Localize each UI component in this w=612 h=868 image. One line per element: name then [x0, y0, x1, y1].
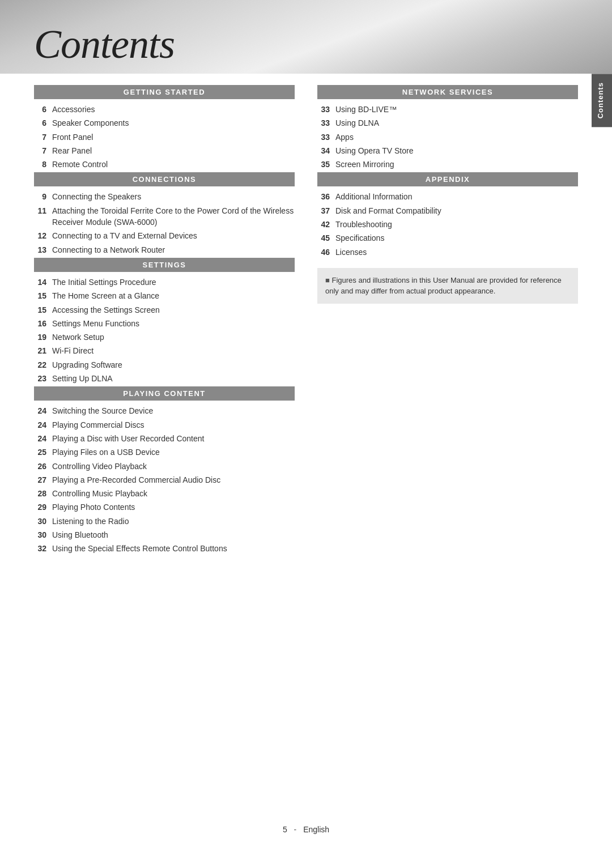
toc-text: The Home Screen at a Glance [52, 290, 295, 301]
footer-separator: - [294, 825, 297, 834]
page-header: Contents [0, 0, 612, 74]
toc-number: 22 [34, 359, 52, 371]
toc-text: The Initial Settings Procedure [52, 276, 295, 288]
section-header-playing-content: PLAYING CONTENT [34, 386, 295, 401]
toc-entry: 8Remote Control [34, 159, 295, 170]
toc-text: Additional Information [335, 191, 578, 202]
toc-number: 7 [34, 131, 52, 143]
toc-number: 32 [34, 543, 52, 554]
toc-entry: 35Screen Mirroring [317, 159, 578, 170]
toc-number: 28 [34, 488, 52, 499]
toc-number: 16 [34, 318, 52, 329]
toc-number: 24 [34, 433, 52, 444]
toc-number: 13 [34, 244, 52, 256]
toc-entry: 11Attaching the Toroidal Ferrite Core to… [34, 205, 295, 228]
toc-number: 46 [317, 246, 335, 258]
toc-number: 33 [317, 131, 335, 143]
toc-text: Accessing the Settings Screen [52, 304, 295, 316]
page-title: Contents [0, 21, 175, 68]
toc-entry: 30Using Bluetooth [34, 529, 295, 541]
footer-language: English [303, 825, 329, 834]
toc-number: 19 [34, 331, 52, 343]
section-header-connections: CONNECTIONS [34, 172, 295, 186]
toc-text: Using Bluetooth [52, 529, 295, 541]
toc-number: 33 [317, 104, 335, 115]
section-header-getting-started: GETTING STARTED [34, 85, 295, 99]
toc-number: 30 [34, 529, 52, 541]
toc-text: Licenses [335, 246, 578, 258]
section-network-services: NETWORK SERVICES33Using BD-LIVE™33Using … [317, 85, 578, 170]
toc-text: Remote Control [52, 159, 295, 170]
toc-entry: 26Controlling Video Playback [34, 461, 295, 472]
toc-entry: 42Troubleshooting [317, 219, 578, 230]
toc-number: 24 [34, 405, 52, 416]
toc-entry: 36Additional Information [317, 191, 578, 202]
toc-number: 26 [34, 461, 52, 472]
toc-number: 33 [317, 117, 335, 129]
toc-number: 24 [34, 419, 52, 431]
toc-number: 8 [34, 159, 52, 170]
section-header-settings: SETTINGS [34, 258, 295, 272]
toc-entry: 29Playing Photo Contents [34, 501, 295, 513]
toc-number: 45 [317, 232, 335, 244]
toc-entry: 33Using BD-LIVE™ [317, 104, 578, 115]
toc-text: Network Setup [52, 331, 295, 343]
toc-text: Specifications [335, 232, 578, 244]
toc-text: Listening to the Radio [52, 516, 295, 527]
toc-text: Wi-Fi Direct [52, 345, 295, 356]
toc-number: 23 [34, 373, 52, 384]
toc-entry: 34Using Opera TV Store [317, 145, 578, 156]
toc-entry: 28Controlling Music Playback [34, 488, 295, 499]
section-settings: SETTINGS14The Initial Settings Procedure… [34, 258, 295, 384]
toc-entry: 21Wi-Fi Direct [34, 345, 295, 356]
toc-text: Apps [335, 131, 578, 143]
toc-entry: 24Playing Commercial Discs [34, 419, 295, 431]
section-connections: CONNECTIONS9Connecting the Speakers11Att… [34, 172, 295, 255]
main-content: GETTING STARTED6Accessories6Speaker Comp… [0, 74, 612, 580]
section-playing-content: PLAYING CONTENT24Switching the Source De… [34, 386, 295, 554]
toc-text: Controlling Music Playback [52, 488, 295, 499]
toc-entry: 7Front Panel [34, 131, 295, 143]
toc-number: 9 [34, 191, 52, 202]
toc-text: Troubleshooting [335, 219, 578, 230]
toc-number: 21 [34, 345, 52, 356]
toc-number: 15 [34, 304, 52, 316]
toc-text: Settings Menu Functions [52, 318, 295, 329]
toc-text: Controlling Video Playback [52, 461, 295, 472]
right-column: NETWORK SERVICES33Using BD-LIVE™33Using … [317, 85, 578, 557]
toc-entry: 15Accessing the Settings Screen [34, 304, 295, 316]
toc-number: 12 [34, 230, 52, 241]
toc-entry: 13Connecting to a Network Router [34, 244, 295, 256]
toc-entry: 12Connecting to a TV and External Device… [34, 230, 295, 241]
toc-text: Accessories [52, 104, 295, 115]
toc-entry: 6Accessories [34, 104, 295, 115]
toc-entry: 9Connecting the Speakers [34, 191, 295, 202]
toc-entry: 37Disk and Format Compatibility [317, 205, 578, 216]
toc-entry: 27Playing a Pre-Recorded Commercial Audi… [34, 474, 295, 486]
toc-text: Connecting the Speakers [52, 191, 295, 202]
page-number: 5 [283, 825, 287, 834]
toc-number: 35 [317, 159, 335, 170]
section-getting-started: GETTING STARTED6Accessories6Speaker Comp… [34, 85, 295, 170]
toc-text: Using DLNA [335, 117, 578, 129]
toc-text: Rear Panel [52, 145, 295, 156]
left-column: GETTING STARTED6Accessories6Speaker Comp… [34, 85, 295, 557]
toc-number: 25 [34, 446, 52, 458]
section-header-appendix: APPENDIX [317, 172, 578, 186]
toc-entry: 33Using DLNA [317, 117, 578, 129]
toc-text: Playing a Disc with User Recorded Conten… [52, 433, 295, 444]
toc-entry: 23Setting Up DLNA [34, 373, 295, 384]
toc-number: 30 [34, 516, 52, 527]
toc-text: Screen Mirroring [335, 159, 578, 170]
toc-entry: 45Specifications [317, 232, 578, 244]
section-header-network-services: NETWORK SERVICES [317, 85, 578, 99]
toc-text: Playing Photo Contents [52, 501, 295, 513]
note-box: Figures and illustrations in this User M… [317, 268, 578, 304]
toc-number: 6 [34, 104, 52, 115]
toc-number: 14 [34, 276, 52, 288]
toc-text: Front Panel [52, 131, 295, 143]
section-appendix: APPENDIX36Additional Information37Disk a… [317, 172, 578, 257]
toc-text: Playing Files on a USB Device [52, 446, 295, 458]
toc-text: Setting Up DLNA [52, 373, 295, 384]
toc-text: Using the Special Effects Remote Control… [52, 543, 295, 554]
